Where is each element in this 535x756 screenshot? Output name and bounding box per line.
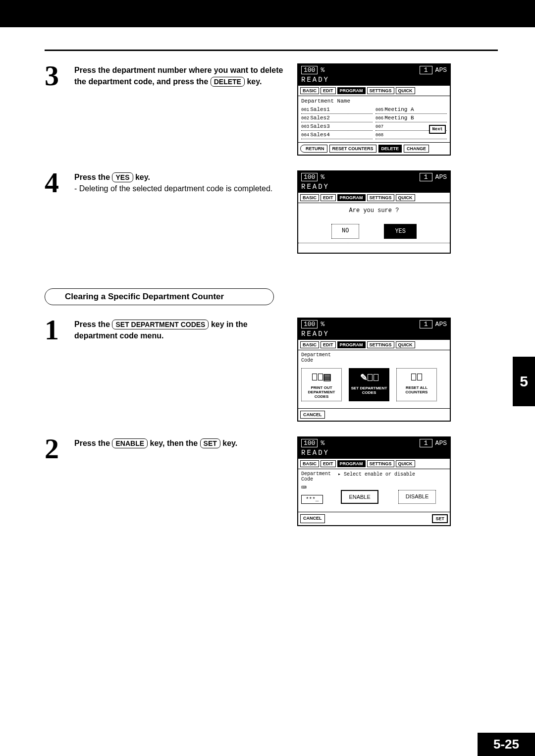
printer-icon: ▤ xyxy=(312,371,331,383)
set-dept-codes-button[interactable]: ✎ SET DEPARTMENT CODES xyxy=(349,368,389,401)
horizontal-rule xyxy=(45,50,498,51)
step-number: 3 xyxy=(45,63,64,88)
tab-quick[interactable]: QUICK xyxy=(396,194,415,201)
select-prompt: Select enable or disable xyxy=(338,471,415,482)
tab-basic[interactable]: BASIC xyxy=(300,194,319,201)
next-button[interactable]: Next xyxy=(429,125,446,134)
dept-item[interactable]: 002Sales2 xyxy=(301,114,373,122)
enable-key-label: ENABLE xyxy=(112,438,148,448)
page-number: 5-25 xyxy=(478,733,535,756)
gear-icon: ✎ xyxy=(359,371,379,384)
dept-item[interactable]: 001Sales1 xyxy=(301,106,373,114)
tab-quick[interactable]: QUICK xyxy=(396,460,415,467)
tab-program[interactable]: PROGRAM xyxy=(337,194,366,201)
tab-edit[interactable]: EDIT xyxy=(321,87,336,94)
tab-edit[interactable]: EDIT xyxy=(321,341,336,348)
lcd-panel-enable: 100% 1 APS READY BASIC EDIT PROGRAM SETT… xyxy=(297,436,451,526)
no-button[interactable]: NO xyxy=(331,224,359,239)
lcd-panel-dept-menu: 100% 1 APS READY BASIC EDIT PROGRAM SETT… xyxy=(297,318,451,422)
tab-program[interactable]: PROGRAM xyxy=(337,460,366,467)
panel-header: 100% 1 APS xyxy=(298,64,450,76)
panel-tabs: BASIC EDIT PROGRAM SETTINGS QUICK xyxy=(298,86,450,96)
dept-item[interactable]: 004Sales4 xyxy=(301,131,373,139)
tab-basic[interactable]: BASIC xyxy=(300,460,319,467)
step-number: 2 xyxy=(45,436,64,461)
tab-program[interactable]: PROGRAM xyxy=(337,341,366,348)
step-4-sub: - Deleting of the selected department co… xyxy=(74,184,272,193)
delete-key-label: DELETE xyxy=(211,77,245,87)
step-number: 1 xyxy=(45,318,64,342)
dept-code-label: Department Code xyxy=(301,352,447,363)
code-mask: ***_ xyxy=(301,495,323,504)
step-4-row: 4 Press the YES key. - Deleting of the s… xyxy=(45,170,498,254)
lcd-panel-confirm: 100% 1 APS READY BASIC EDIT PROGRAM SETT… xyxy=(297,170,451,254)
step-3-row: 3 Press the department number where you … xyxy=(45,63,498,156)
dept-name-heading: Department Name xyxy=(301,98,447,104)
cancel-button[interactable]: CANCEL xyxy=(300,514,325,523)
tab-quick[interactable]: QUICK xyxy=(396,87,415,94)
tab-edit[interactable]: EDIT xyxy=(321,460,336,467)
tab-settings[interactable]: SETTINGS xyxy=(367,341,394,348)
tab-edit[interactable]: EDIT xyxy=(321,194,336,201)
dept-item[interactable]: 006Meeting B xyxy=(375,114,447,122)
set-dept-codes-key-label: SET DEPARTMENT CODES xyxy=(112,320,209,329)
dept-item[interactable]: 005Meeting A xyxy=(375,106,447,114)
section-heading: Clearing a Specific Department Counter xyxy=(45,288,274,305)
top-black-bar xyxy=(0,0,535,27)
tab-basic[interactable]: BASIC xyxy=(300,87,319,94)
enable-button[interactable]: ENABLE xyxy=(341,490,378,504)
tab-settings[interactable]: SETTINGS xyxy=(367,87,394,94)
step-3-text: Press the department number where you wa… xyxy=(74,66,283,86)
tab-quick[interactable]: QUICK xyxy=(396,341,415,348)
reset-counters-button[interactable]: RESET COUNTERS xyxy=(329,145,376,153)
tab-settings[interactable]: SETTINGS xyxy=(367,194,394,201)
confirm-prompt: Are you sure ? xyxy=(301,207,447,214)
step-2b-row: 2 Press the ENABLE key, then the SET key… xyxy=(45,436,498,526)
chapter-tab: 5 xyxy=(513,357,535,406)
step-1b-row: 1 Press the SET DEPARTMENT CODES key in … xyxy=(45,318,498,422)
lcd-panel-dept-list: 100% 1 APS READY BASIC EDIT PROGRAM SETT… xyxy=(297,63,451,156)
ready-indicator: READY xyxy=(298,76,450,86)
set-button[interactable]: SET xyxy=(432,514,448,523)
reset-icon xyxy=(407,371,427,383)
set-key-label: SET xyxy=(200,438,220,448)
yes-button[interactable]: YES xyxy=(384,224,417,239)
print-out-dept-codes-button[interactable]: ▤ PRINT OUT DEPARTMENT CODES xyxy=(301,368,342,401)
tab-program[interactable]: PROGRAM xyxy=(337,87,366,94)
tab-basic[interactable]: BASIC xyxy=(300,341,319,348)
delete-button[interactable]: DELETE xyxy=(378,145,402,153)
change-button[interactable]: CHANGE xyxy=(404,145,429,153)
tab-settings[interactable]: SETTINGS xyxy=(367,460,394,467)
reset-all-counters-button[interactable]: RESET ALL COUNTERS xyxy=(396,368,437,401)
dept-code-label: Department Code xyxy=(301,471,331,482)
key-icon: ⌨ xyxy=(301,482,323,493)
yes-key-label: YES xyxy=(112,172,133,182)
step-number: 4 xyxy=(45,170,64,195)
cancel-button[interactable]: CANCEL xyxy=(300,411,325,419)
dept-item[interactable]: 003Sales3 xyxy=(301,122,373,131)
disable-button[interactable]: DISABLE xyxy=(398,490,436,504)
return-button[interactable]: RETURN xyxy=(300,145,327,153)
